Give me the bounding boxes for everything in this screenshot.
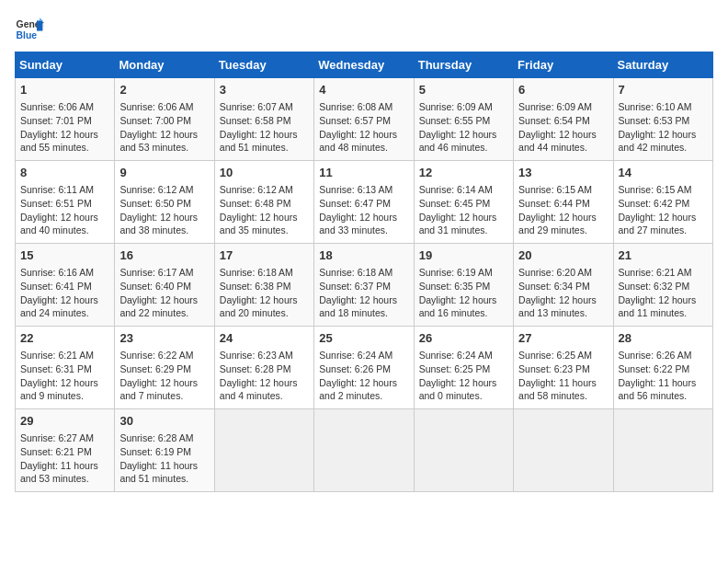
calendar-cell: 25Sunrise: 6:24 AMSunset: 6:26 PMDayligh… [314,327,414,409]
day-number: 19 [419,247,508,264]
day-number: 2 [119,82,209,98]
day-number: 9 [119,165,209,181]
calendar-cell: 19Sunrise: 6:19 AMSunset: 6:35 PMDayligh… [414,244,513,327]
day-number: 5 [419,82,508,98]
day-header-tuesday: Tuesday [214,52,313,78]
calendar-cell: 20Sunrise: 6:20 AMSunset: 6:34 PMDayligh… [514,244,613,327]
calendar-week-2: 8Sunrise: 6:11 AMSunset: 6:51 PMDaylight… [16,161,713,244]
calendar-cell [514,409,613,492]
calendar-cell: 24Sunrise: 6:23 AMSunset: 6:28 PMDayligh… [214,327,313,409]
calendar-cell: 2Sunrise: 6:06 AMSunset: 7:00 PMDaylight… [115,78,214,161]
day-number: 13 [518,165,608,181]
calendar-cell: 11Sunrise: 6:13 AMSunset: 6:47 PMDayligh… [314,161,414,244]
calendar-cell: 9Sunrise: 6:12 AMSunset: 6:50 PMDaylight… [115,161,214,244]
calendar-cell: 6Sunrise: 6:09 AMSunset: 6:54 PMDaylight… [514,78,613,161]
calendar-cell: 15Sunrise: 6:16 AMSunset: 6:41 PMDayligh… [16,244,115,327]
day-number: 26 [419,330,508,347]
day-number: 25 [319,330,408,347]
calendar-cell: 18Sunrise: 6:18 AMSunset: 6:37 PMDayligh… [314,244,414,327]
calendar-week-3: 15Sunrise: 6:16 AMSunset: 6:41 PMDayligh… [16,244,713,327]
calendar-body: 1Sunrise: 6:06 AMSunset: 7:01 PMDaylight… [16,78,713,492]
day-number: 27 [518,330,608,347]
day-number: 29 [20,413,109,430]
svg-text:Blue: Blue [17,30,38,40]
calendar-cell: 27Sunrise: 6:25 AMSunset: 6:23 PMDayligh… [514,327,613,409]
day-number: 28 [619,330,708,347]
day-headers-row: SundayMondayTuesdayWednesdayThursdayFrid… [16,52,713,78]
day-number: 10 [220,165,309,181]
day-header-sunday: Sunday [16,52,115,78]
calendar-cell: 4Sunrise: 6:08 AMSunset: 6:57 PMDaylight… [314,78,414,161]
page-header: General Blue [15,15,713,44]
day-number: 12 [419,165,508,181]
calendar-cell: 14Sunrise: 6:15 AMSunset: 6:42 PMDayligh… [613,161,712,244]
calendar-cell: 1Sunrise: 6:06 AMSunset: 7:01 PMDaylight… [16,78,115,161]
day-number: 3 [220,82,309,98]
day-number: 14 [619,165,708,181]
calendar-header: SundayMondayTuesdayWednesdayThursdayFrid… [16,52,713,78]
calendar-cell: 21Sunrise: 6:21 AMSunset: 6:32 PMDayligh… [613,244,712,327]
calendar-cell [314,409,414,492]
day-number: 17 [220,247,309,264]
calendar-cell: 26Sunrise: 6:24 AMSunset: 6:25 PMDayligh… [414,327,513,409]
calendar-cell: 16Sunrise: 6:17 AMSunset: 6:40 PMDayligh… [115,244,214,327]
day-number: 6 [518,82,608,98]
day-number: 23 [119,330,209,347]
svg-marker-2 [37,20,42,30]
calendar-cell: 3Sunrise: 6:07 AMSunset: 6:58 PMDaylight… [214,78,313,161]
logo-icon: General Blue [15,15,44,44]
day-number: 30 [119,413,209,430]
calendar-cell: 13Sunrise: 6:15 AMSunset: 6:44 PMDayligh… [514,161,613,244]
day-header-friday: Friday [514,52,613,78]
day-number: 4 [319,82,408,98]
calendar-cell: 22Sunrise: 6:21 AMSunset: 6:31 PMDayligh… [16,327,115,409]
day-number: 21 [619,247,708,264]
day-header-monday: Monday [115,52,214,78]
logo: General Blue [15,15,44,44]
day-number: 8 [20,165,109,181]
calendar-week-4: 22Sunrise: 6:21 AMSunset: 6:31 PMDayligh… [16,327,713,409]
day-number: 16 [119,247,209,264]
day-header-thursday: Thursday [414,52,513,78]
calendar-cell: 29Sunrise: 6:27 AMSunset: 6:21 PMDayligh… [16,409,115,492]
calendar-week-1: 1Sunrise: 6:06 AMSunset: 7:01 PMDaylight… [16,78,713,161]
calendar-cell [613,409,712,492]
day-header-saturday: Saturday [613,52,712,78]
day-number: 22 [20,330,109,347]
calendar-cell: 5Sunrise: 6:09 AMSunset: 6:55 PMDaylight… [414,78,513,161]
calendar-cell [414,409,513,492]
calendar-cell: 17Sunrise: 6:18 AMSunset: 6:38 PMDayligh… [214,244,313,327]
calendar-cell [214,409,313,492]
calendar-cell: 8Sunrise: 6:11 AMSunset: 6:51 PMDaylight… [16,161,115,244]
calendar-cell: 30Sunrise: 6:28 AMSunset: 6:19 PMDayligh… [115,409,214,492]
calendar-cell: 10Sunrise: 6:12 AMSunset: 6:48 PMDayligh… [214,161,313,244]
day-number: 7 [619,82,708,98]
day-number: 1 [20,82,109,98]
calendar-cell: 28Sunrise: 6:26 AMSunset: 6:22 PMDayligh… [613,327,712,409]
day-number: 18 [319,247,408,264]
calendar-cell: 23Sunrise: 6:22 AMSunset: 6:29 PMDayligh… [115,327,214,409]
day-number: 15 [20,247,109,264]
calendar-cell: 7Sunrise: 6:10 AMSunset: 6:53 PMDaylight… [613,78,712,161]
day-number: 20 [518,247,608,264]
day-number: 11 [319,165,408,181]
calendar-cell: 12Sunrise: 6:14 AMSunset: 6:45 PMDayligh… [414,161,513,244]
day-header-wednesday: Wednesday [314,52,414,78]
day-number: 24 [220,330,309,347]
calendar-week-5: 29Sunrise: 6:27 AMSunset: 6:21 PMDayligh… [16,409,713,492]
calendar-table: SundayMondayTuesdayWednesdayThursdayFrid… [15,52,713,492]
